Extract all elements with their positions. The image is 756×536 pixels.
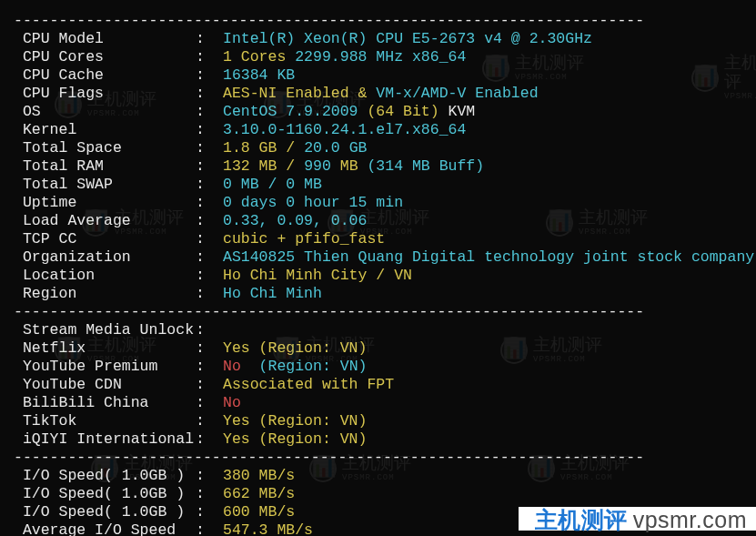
output-row: YouTube Premium: No (Region: VN) <box>14 358 756 376</box>
row-value: Yes (Region: VN) <box>223 430 367 449</box>
row-value: Ho Chi Minh City / VN <box>223 267 412 285</box>
row-separator: : <box>196 339 223 358</box>
row-value: No (Region: VN) <box>223 358 367 376</box>
divider-line: ----------------------------------------… <box>14 449 756 467</box>
output-row: Total RAM: 132 MB / 990 MB (314 MB Buff) <box>14 157 756 176</box>
footer-badge: 主机测评vpsmr.com <box>519 507 756 531</box>
output-row: Region: Ho Chi Minh <box>14 285 756 303</box>
row-label: Total SWAP <box>14 176 196 194</box>
row-separator: : <box>196 430 223 449</box>
row-label: iQIYI International <box>14 430 196 449</box>
row-separator: : <box>196 285 223 303</box>
row-value: 0 MB / 0 MB <box>223 176 322 194</box>
output-row: Netflix: Yes (Region: VN) <box>14 339 756 358</box>
divider-line: ----------------------------------------… <box>14 303 756 321</box>
row-separator: : <box>196 66 223 85</box>
output-row: Total SWAP: 0 MB / 0 MB <box>14 176 756 194</box>
row-separator: : <box>196 267 223 285</box>
output-row: TikTok: Yes (Region: VN) <box>14 412 756 430</box>
row-value: AS140825 Thien Quang Digital technology … <box>223 248 754 267</box>
row-value: 3.10.0-1160.24.1.el7.x86_64 <box>223 121 466 139</box>
row-label: CPU Model <box>14 30 196 48</box>
row-label: Region <box>14 285 196 303</box>
row-label: OS <box>14 103 196 121</box>
output-row: OS: CentOS 7.9.2009 (64 Bit) KVM <box>14 103 756 121</box>
row-separator: : <box>196 85 223 103</box>
row-separator: : <box>196 157 223 176</box>
output-row: BiliBili China: No <box>14 394 756 412</box>
row-label: TikTok <box>14 412 196 430</box>
output-row: YouTube CDN: Associated with FPT <box>14 376 756 394</box>
row-value: 380 MB/s <box>223 467 295 485</box>
row-label: YouTube Premium <box>14 358 196 376</box>
row-value: AES-NI Enabled & VM-x/AMD-V Enabled <box>223 85 539 103</box>
output-row: CPU Cores: 1 Cores 2299.988 MHz x86_64 <box>14 48 756 66</box>
output-row: Kernel: 3.10.0-1160.24.1.el7.x86_64 <box>14 121 756 139</box>
row-label: CPU Cache <box>14 66 196 85</box>
row-separator: : <box>196 321 223 339</box>
row-label: YouTube CDN <box>14 376 196 394</box>
row-separator: : <box>196 103 223 121</box>
row-value: No <box>223 394 241 412</box>
row-label: Stream Media Unlock <box>14 321 196 339</box>
row-value: Intel(R) Xeon(R) CPU E5-2673 v4 @ 2.30GH… <box>223 30 592 48</box>
output-row: Stream Media Unlock: <box>14 321 756 339</box>
output-row: Total Space: 1.8 GB / 20.0 GB <box>14 139 756 157</box>
row-label: I/O Speed( 1.0GB ) <box>14 503 196 521</box>
row-value: 0.33, 0.09, 0.06 <box>223 212 367 230</box>
row-separator: : <box>196 394 223 412</box>
row-separator: : <box>196 358 223 376</box>
row-separator: : <box>196 139 223 157</box>
row-separator: : <box>196 30 223 48</box>
row-label: Total Space <box>14 139 196 157</box>
row-label: TCP CC <box>14 230 196 248</box>
row-label: Organization <box>14 248 196 267</box>
row-value: 0 days 0 hour 15 min <box>223 194 403 212</box>
output-row: CPU Flags: AES-NI Enabled & VM-x/AMD-V E… <box>14 85 756 103</box>
row-separator: : <box>196 176 223 194</box>
row-value: Yes (Region: VN) <box>223 412 367 430</box>
row-value: 132 MB / 990 MB (314 MB Buff) <box>223 157 484 176</box>
row-separator: : <box>196 376 223 394</box>
row-separator: : <box>196 485 223 503</box>
output-row: Uptime: 0 days 0 hour 15 min <box>14 194 756 212</box>
row-value: 547.3 MB/s <box>223 521 313 536</box>
footer-title: 主机测评 <box>535 507 628 532</box>
row-label: I/O Speed( 1.0GB ) <box>14 485 196 503</box>
row-value: 662 MB/s <box>223 485 295 503</box>
output-row: Load Average: 0.33, 0.09, 0.06 <box>14 212 756 230</box>
output-row: CPU Cache: 16384 KB <box>14 66 756 85</box>
row-label: Uptime <box>14 194 196 212</box>
divider-line: ----------------------------------------… <box>14 12 756 30</box>
row-value: 600 MB/s <box>223 503 295 521</box>
row-separator: : <box>196 248 223 267</box>
row-value: 1.8 GB / 20.0 GB <box>223 139 367 157</box>
row-separator: : <box>196 521 223 536</box>
row-value: 16384 KB <box>223 66 295 85</box>
output-row: iQIYI International: Yes (Region: VN) <box>14 430 756 449</box>
row-separator: : <box>196 412 223 430</box>
row-label: I/O Speed( 1.0GB ) <box>14 467 196 485</box>
row-label: Load Average <box>14 212 196 230</box>
row-separator: : <box>196 121 223 139</box>
row-separator: : <box>196 467 223 485</box>
row-label: CPU Cores <box>14 48 196 66</box>
row-value: CentOS 7.9.2009 (64 Bit) KVM <box>223 103 475 121</box>
row-label: CPU Flags <box>14 85 196 103</box>
output-row: Organization: AS140825 Thien Quang Digit… <box>14 248 756 267</box>
row-value: Yes (Region: VN) <box>223 339 367 358</box>
row-label: Location <box>14 267 196 285</box>
row-label: Netflix <box>14 339 196 358</box>
row-value: Ho Chi Minh <box>223 285 322 303</box>
output-row: CPU Model: Intel(R) Xeon(R) CPU E5-2673 … <box>14 30 756 48</box>
row-separator: : <box>196 194 223 212</box>
output-row: TCP CC: cubic + pfifo_fast <box>14 230 756 248</box>
output-row: I/O Speed( 1.0GB ): 662 MB/s <box>14 485 756 503</box>
row-label: Kernel <box>14 121 196 139</box>
output-row: I/O Speed( 1.0GB ): 380 MB/s <box>14 467 756 485</box>
output-row: Location: Ho Chi Minh City / VN <box>14 267 756 285</box>
row-label: Total RAM <box>14 157 196 176</box>
row-separator: : <box>196 230 223 248</box>
row-label: Average I/O Speed <box>14 521 196 536</box>
row-separator: : <box>196 212 223 230</box>
